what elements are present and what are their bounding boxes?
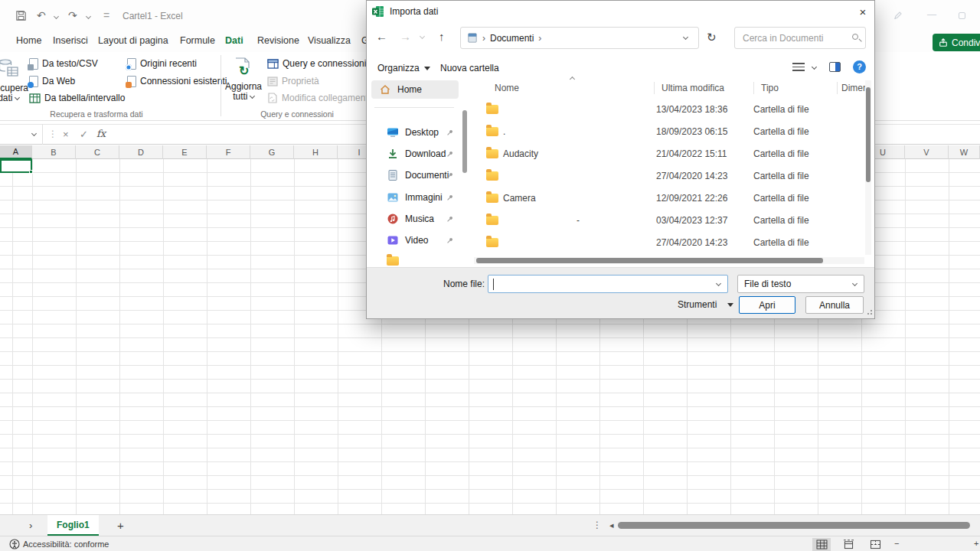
column-header-d[interactable]: D: [119, 145, 163, 159]
column-header-a[interactable]: A: [0, 145, 32, 159]
dialog-close-button[interactable]: ×: [851, 1, 874, 22]
zoom-in-icon[interactable]: +: [974, 539, 978, 548]
column-header-v[interactable]: V: [905, 145, 949, 159]
cancel-formula-icon[interactable]: ×: [63, 129, 69, 140]
existing-connections-button[interactable]: Connessioni esistenti: [127, 74, 227, 88]
formula-bar-separator-icon[interactable]: ⋮: [48, 129, 57, 139]
column-header-e[interactable]: E: [163, 145, 207, 159]
refresh-icon[interactable]: ↻: [707, 31, 717, 44]
view-mode-dropdown-icon[interactable]: [812, 64, 817, 70]
organize-button[interactable]: Organizza: [377, 60, 430, 76]
file-row[interactable]: .18/09/2023 06:15Cartella di file: [482, 120, 848, 142]
column-header-b[interactable]: B: [32, 145, 76, 159]
sidebar-item-home[interactable]: Home: [371, 80, 459, 99]
resize-grip[interactable]: [866, 310, 872, 316]
file-row[interactable]: Camera12/09/2021 22:26Cartella di file: [482, 187, 848, 209]
page-layout-view-icon[interactable]: [839, 538, 858, 551]
tab-inserisci[interactable]: Inserisci: [53, 35, 88, 51]
from-table-button[interactable]: Da tabella/intervallo: [29, 91, 125, 105]
minimize-icon[interactable]: —: [927, 9, 936, 20]
header-ultima-modifica[interactable]: Ultima modifica: [662, 80, 724, 96]
search-icon[interactable]: [852, 34, 858, 40]
breadcrumb-documenti[interactable]: Documenti: [490, 33, 534, 44]
pin-icon[interactable]: [446, 236, 454, 245]
header-nome[interactable]: Nome: [495, 80, 519, 96]
name-box[interactable]: [0, 124, 43, 145]
sheetbar-more-icon[interactable]: ⋮: [593, 520, 602, 530]
tools-button[interactable]: Strumenti: [678, 299, 733, 310]
help-icon[interactable]: ?: [853, 60, 866, 73]
tab-layout[interactable]: Layout di pagina: [98, 35, 168, 51]
pin-icon[interactable]: [446, 194, 454, 202]
queries-connections-button[interactable]: Query e connessioni: [267, 57, 366, 70]
name-box-dropdown-icon[interactable]: [31, 131, 37, 136]
file-row[interactable]: 13/04/2023 18:36Cartella di file: [482, 98, 848, 120]
column-header-w[interactable]: W: [949, 145, 980, 159]
selected-cell-a1[interactable]: [0, 159, 32, 173]
sheet-nav-icon[interactable]: ›: [29, 520, 32, 531]
file-type-dropdown-icon[interactable]: [852, 281, 858, 286]
save-icon[interactable]: [15, 10, 27, 21]
tab-dati[interactable]: Dati: [225, 35, 243, 51]
sidebar-item-video[interactable]: Video: [371, 231, 459, 249]
refresh-all-button[interactable]: ↻ Aggiorna tutti: [224, 54, 263, 119]
horizontal-scrollbar-thumb[interactable]: [618, 522, 970, 529]
customize-qat-icon[interactable]: =: [103, 10, 109, 21]
view-mode-icon[interactable]: [792, 63, 805, 74]
sidebar-scrollbar-thumb[interactable]: [462, 110, 467, 173]
redo-dropdown-icon[interactable]: [86, 14, 91, 19]
file-row[interactable]: 27/04/2020 14:23Cartella di file: [482, 231, 848, 253]
column-header-c[interactable]: C: [76, 145, 119, 159]
sidebar-item-documenti[interactable]: Documenti: [371, 166, 459, 184]
share-button[interactable]: Condividi: [933, 34, 980, 51]
sidebar-item-immagini[interactable]: Immagini: [371, 188, 459, 207]
restore-icon[interactable]: [959, 12, 965, 19]
list-vertical-scrollbar-thumb[interactable]: [866, 87, 871, 182]
insert-function-icon[interactable]: fx: [96, 128, 106, 139]
nav-back-icon[interactable]: ←: [376, 30, 387, 43]
scroll-left-icon[interactable]: ◂: [609, 520, 614, 530]
column-header-h[interactable]: H: [294, 145, 338, 159]
nav-up-icon[interactable]: ↑: [439, 30, 445, 43]
address-bar[interactable]: › Documenti ›: [460, 27, 699, 49]
new-folder-button[interactable]: Nuova cartella: [440, 60, 499, 76]
undo-icon[interactable]: ↶: [37, 10, 46, 21]
header-tipo[interactable]: Tipo: [761, 80, 779, 96]
sidebar-folder-icon[interactable]: [387, 256, 399, 266]
pin-icon[interactable]: [446, 129, 454, 137]
page-break-view-icon[interactable]: [866, 538, 884, 551]
accessibility-status[interactable]: Accessibilità: conforme: [23, 540, 109, 549]
tab-visualizza[interactable]: Visualizza: [308, 35, 351, 51]
file-name-input[interactable]: [488, 275, 728, 293]
file-name-dropdown-icon[interactable]: [716, 281, 721, 286]
pin-icon[interactable]: [446, 150, 454, 158]
enter-formula-icon[interactable]: ✓: [80, 129, 88, 140]
cancel-button[interactable]: Annulla: [805, 296, 864, 314]
header-dimensione[interactable]: Dimen: [841, 80, 868, 96]
sidebar-item-download[interactable]: Download: [371, 145, 459, 163]
fill-handle[interactable]: [29, 170, 33, 174]
undo-dropdown-icon[interactable]: [54, 14, 59, 19]
zoom-out-icon[interactable]: −: [894, 539, 899, 548]
add-sheet-icon[interactable]: +: [117, 519, 124, 532]
file-row[interactable]: 27/04/2020 14:23Cartella di file: [482, 165, 848, 187]
pin-icon[interactable]: [446, 171, 454, 180]
tab-formule[interactable]: Formule: [180, 35, 215, 51]
preview-pane-icon[interactable]: [829, 62, 841, 72]
from-web-button[interactable]: Da Web: [29, 74, 75, 88]
normal-view-icon[interactable]: [812, 538, 831, 551]
recent-sources-button[interactable]: Origini recenti: [127, 57, 197, 70]
list-horizontal-scrollbar[interactable]: [474, 257, 864, 264]
tab-home[interactable]: Home: [16, 35, 41, 51]
column-header-f[interactable]: F: [207, 145, 250, 159]
file-row[interactable]: -03/04/2023 12:37Cartella di file: [482, 209, 848, 231]
pin-icon[interactable]: [446, 215, 454, 223]
open-button[interactable]: Apri: [739, 296, 795, 314]
crumb-separator-icon[interactable]: ›: [538, 33, 541, 44]
from-text-csv-button[interactable]: Da testo/CSV: [29, 57, 98, 70]
sidebar-item-musica[interactable]: Musica: [371, 210, 459, 228]
list-vertical-scrollbar[interactable]: [865, 80, 871, 255]
redo-icon[interactable]: ↷: [68, 10, 77, 21]
list-horizontal-scrollbar-thumb[interactable]: [476, 258, 823, 263]
sidebar-item-desktop[interactable]: Desktop: [371, 123, 459, 142]
